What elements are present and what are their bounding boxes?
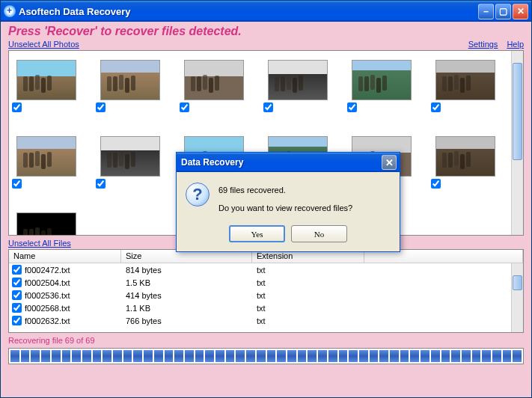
- dialog-message: ? 69 files recovered. Do you want to vie…: [186, 183, 391, 215]
- progress-segment: [298, 350, 307, 362]
- progress-segment: [370, 350, 379, 362]
- file-ext: txt: [252, 304, 364, 313]
- settings-link[interactable]: Settings: [468, 40, 498, 49]
- photo-item[interactable]: [180, 54, 248, 121]
- photo-thumbnail[interactable]: [435, 60, 495, 100]
- photo-checkbox[interactable]: [12, 179, 22, 189]
- progress-segment: [93, 350, 102, 362]
- photo-checkbox[interactable]: [347, 102, 357, 112]
- dialog-line2: Do you want to view recovered files?: [218, 202, 352, 215]
- progress-segment: [205, 350, 214, 362]
- dialog-yes-button[interactable]: Yes: [229, 225, 285, 242]
- progress-segment: [52, 350, 61, 362]
- progress-segment: [215, 350, 224, 362]
- file-checkbox[interactable]: [12, 278, 22, 287]
- unselect-photos-link[interactable]: Unselect All Photos: [8, 40, 79, 49]
- photo-item[interactable]: [431, 130, 500, 198]
- file-size: 1.5 KB: [121, 278, 252, 287]
- question-icon: ?: [186, 183, 210, 206]
- unselect-files-link[interactable]: Unselect All Files: [8, 239, 71, 248]
- file-checkbox[interactable]: [12, 265, 22, 275]
- file-name: f0002536.txt: [25, 291, 70, 300]
- photo-checkbox[interactable]: [180, 102, 189, 112]
- photo-thumbnail[interactable]: [16, 60, 76, 100]
- progress-segment: [349, 350, 358, 362]
- photo-item[interactable]: [96, 130, 165, 198]
- progress-segment: [400, 350, 409, 362]
- app-icon: [4, 5, 16, 17]
- photo-scrollbar[interactable]: [511, 51, 523, 235]
- file-name: f0002472.txt: [25, 266, 70, 275]
- progress-segment: [482, 350, 491, 362]
- dialog-line1: 69 files recovered.: [218, 184, 352, 198]
- progress-segment: [123, 350, 132, 362]
- dialog-no-button[interactable]: No: [291, 225, 347, 242]
- file-row[interactable]: f0002632.txt766 bytestxt: [9, 314, 523, 327]
- top-link-row: Unselect All Photos Settings Help: [8, 40, 524, 49]
- scrollbar-thumb[interactable]: [513, 63, 522, 160]
- photo-checkbox[interactable]: [96, 102, 106, 112]
- close-button[interactable]: ✕: [513, 4, 528, 19]
- photo-item[interactable]: [431, 54, 500, 121]
- file-size: 814 bytes: [121, 266, 252, 275]
- file-ext: txt: [252, 266, 364, 275]
- recovery-dialog: Data Recovery ✕ ? 69 files recovered. Do…: [176, 152, 400, 252]
- file-checkbox[interactable]: [12, 290, 22, 300]
- progress-segment: [236, 350, 245, 362]
- photo-thumbnail[interactable]: [16, 212, 76, 236]
- file-row[interactable]: f0002536.txt414 bytestxt: [9, 289, 523, 301]
- file-name: f0002632.txt: [25, 316, 70, 325]
- dialog-text: 69 files recovered. Do you want to view …: [218, 183, 352, 215]
- col-header-name[interactable]: Name: [9, 250, 121, 263]
- progress-segment: [41, 350, 50, 362]
- photo-thumbnail[interactable]: [100, 136, 160, 177]
- maximize-button[interactable]: ▢: [495, 4, 511, 19]
- photo-checkbox[interactable]: [96, 179, 106, 189]
- minimize-button[interactable]: –: [478, 4, 494, 19]
- status-text: Recovering file 69 of 69: [8, 336, 524, 345]
- progress-segment: [267, 350, 276, 362]
- dialog-buttons: Yes No: [186, 225, 391, 242]
- progress-segment: [246, 350, 255, 362]
- help-link[interactable]: Help: [507, 40, 524, 49]
- progress-segment: [165, 350, 174, 362]
- photo-thumbnail[interactable]: [435, 136, 495, 177]
- photo-item[interactable]: [12, 54, 81, 121]
- file-row[interactable]: f0002568.txt1.1 KBtxt: [9, 301, 523, 314]
- photo-thumbnail[interactable]: [16, 136, 76, 177]
- file-row[interactable]: f0002504.txt1.5 KBtxt: [9, 276, 523, 289]
- file-row[interactable]: f0002472.txt814 bytestxt: [9, 263, 523, 276]
- photo-item[interactable]: [12, 130, 81, 198]
- photo-thumbnail[interactable]: [100, 60, 160, 100]
- progress-segment: [472, 350, 481, 362]
- file-ext: txt: [252, 316, 364, 325]
- photo-checkbox[interactable]: [263, 102, 273, 112]
- photo-item[interactable]: [263, 54, 332, 121]
- progress-segment: [441, 350, 450, 362]
- file-checkbox[interactable]: [12, 303, 22, 313]
- photo-checkbox[interactable]: [431, 179, 441, 189]
- photo-checkbox[interactable]: [12, 102, 22, 112]
- photo-thumbnail[interactable]: [268, 60, 328, 100]
- file-rows: f0002472.txt814 bytestxtf0002504.txt1.5 …: [9, 263, 523, 332]
- file-name: f0002568.txt: [25, 304, 70, 313]
- progress-segment: [339, 350, 348, 362]
- photo-checkbox[interactable]: [431, 102, 441, 112]
- photo-thumbnail[interactable]: [184, 60, 244, 100]
- file-checkbox[interactable]: [12, 316, 22, 325]
- titlebar: Asoftech Data Recovery – ▢ ✕: [1, 1, 531, 22]
- file-scrollbar-thumb[interactable]: [513, 275, 522, 290]
- photo-item[interactable]: [12, 206, 81, 236]
- app-window: Asoftech Data Recovery – ▢ ✕ Press 'Reco…: [0, 0, 532, 398]
- file-ext: txt: [252, 278, 364, 287]
- progress-segment: [421, 350, 429, 362]
- progress-segment: [72, 350, 81, 362]
- photo-item[interactable]: [347, 54, 416, 121]
- progress-segment: [113, 350, 122, 362]
- progress-segment: [328, 350, 337, 362]
- photo-item[interactable]: [96, 54, 165, 121]
- file-scrollbar[interactable]: [511, 263, 523, 332]
- progress-segment: [390, 350, 399, 362]
- photo-thumbnail[interactable]: [352, 60, 412, 100]
- dialog-close-button[interactable]: ✕: [382, 155, 397, 170]
